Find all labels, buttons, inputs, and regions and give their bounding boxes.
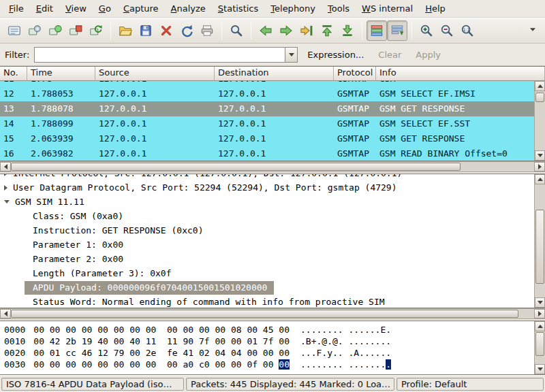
packet-row-13[interactable]: 131.788078127.0.0.1127.0.0.1GSMTAPGSM GE… xyxy=(0,101,534,116)
cell-info: GSM READ BINARY Offset=0 xyxy=(376,146,534,161)
menu-tools[interactable]: Tools xyxy=(322,0,356,17)
hex-row-0030[interactable]: 003000 00 00 00 00 00 00 00 00 a0 c0 00 … xyxy=(0,359,545,370)
column-header-protocol[interactable]: Protocol xyxy=(334,67,376,81)
detail-line[interactable]: Parameter 1: 0x00 xyxy=(0,238,534,252)
detail-line[interactable]: Internet Protocol, Src: 127.0.0.1 (127.0… xyxy=(0,174,534,180)
ascii-selected-byte: . xyxy=(386,359,391,370)
reload-button[interactable] xyxy=(176,20,197,41)
capture-restart-button[interactable] xyxy=(86,20,106,41)
hex-row-0010[interactable]: 001000 42 2b 19 40 00 40 11 11 90 7f 00 … xyxy=(0,336,545,347)
cell-source: 127.0.0.1 xyxy=(95,86,215,101)
print-button[interactable] xyxy=(197,20,217,41)
column-header-destination[interactable]: Destination xyxy=(215,67,334,81)
details-hscrollbar[interactable] xyxy=(0,308,545,319)
open-file-button[interactable] xyxy=(115,20,136,41)
find-packet-button[interactable] xyxy=(226,20,247,41)
scrollbar-thumb[interactable] xyxy=(535,210,544,284)
interfaces-button[interactable] xyxy=(4,20,25,41)
packet-row-11[interactable]: 111.78127.0.0.1127.0.0.1GSMTAPGSM xyxy=(0,81,534,86)
detail-line[interactable]: User Datagram Protocol, Src Port: 52294 … xyxy=(0,180,534,195)
scrollbar-thumb[interactable] xyxy=(535,93,544,102)
scroll-right-arrow-icon[interactable] xyxy=(534,162,545,172)
scrollbar-trough[interactable] xyxy=(11,162,534,172)
detail-line[interactable]: Class: GSM (0xa0) xyxy=(0,209,534,223)
detail-line[interactable]: Instruction: GET RESPONSE (0xc0) xyxy=(0,223,534,238)
scroll-left-arrow-icon[interactable] xyxy=(0,309,11,318)
scrollbar-trough[interactable] xyxy=(535,184,545,297)
scroll-down-arrow-icon[interactable] xyxy=(535,150,545,161)
scroll-down-arrow-icon[interactable] xyxy=(535,297,545,308)
scroll-up-arrow-icon[interactable] xyxy=(535,321,545,331)
menu-capture[interactable]: Capture xyxy=(117,0,165,17)
save-file-button[interactable] xyxy=(136,20,156,41)
scrollbar-thumb[interactable] xyxy=(11,310,518,318)
expander-open-icon[interactable] xyxy=(4,200,10,203)
hex-row-0000[interactable]: 000000 00 00 00 00 00 00 00 00 00 00 00 … xyxy=(0,324,545,336)
zoom-actual-button[interactable]: 1:1 xyxy=(457,20,478,41)
go-back-button[interactable] xyxy=(255,20,276,41)
column-header-info[interactable]: Info xyxy=(376,67,545,81)
goto-packet-button[interactable] xyxy=(296,20,317,41)
scrollbar-trough[interactable] xyxy=(535,331,545,364)
scroll-up-arrow-icon[interactable] xyxy=(535,174,545,184)
menu-view[interactable]: View xyxy=(59,0,93,17)
close-file-button[interactable] xyxy=(156,20,176,41)
filter-label[interactable]: Filter: xyxy=(5,50,29,60)
detail-line[interactable]: Status Word: Normal ending of command wi… xyxy=(0,295,534,308)
expander-closed-icon[interactable] xyxy=(4,185,7,191)
menu-telephony[interactable]: Telephony xyxy=(264,0,322,17)
go-top-button[interactable] xyxy=(317,20,337,41)
up-arrow-glyph xyxy=(538,178,543,181)
column-header-source[interactable]: Source xyxy=(95,67,215,81)
detail-line[interactable]: Parameter 2: 0x00 xyxy=(0,252,534,266)
menu-statistics[interactable]: Statistics xyxy=(212,0,264,17)
clear-button[interactable]: Clear xyxy=(373,48,406,62)
menu-help[interactable]: Help xyxy=(419,0,452,17)
column-header-no[interactable]: No. xyxy=(0,67,27,81)
scroll-down-arrow-icon[interactable] xyxy=(535,364,545,374)
hex-ascii: ........ ....... xyxy=(300,359,386,370)
scrollbar-trough[interactable] xyxy=(11,309,534,318)
menu-go[interactable]: Go xyxy=(93,0,117,17)
hex-row-0020[interactable]: 002000 01 cc 46 12 79 00 2e fe 41 02 04 … xyxy=(0,347,545,359)
menu-file[interactable]: File xyxy=(3,0,30,17)
scroll-right-arrow-icon[interactable] xyxy=(534,309,545,318)
toolbar-overflow-button[interactable] xyxy=(526,22,541,39)
status-profile[interactable]: Profile: Default xyxy=(396,378,544,391)
packet-list-vscrollbar[interactable] xyxy=(534,81,545,161)
scroll-up-arrow-icon[interactable] xyxy=(535,81,545,91)
menu-edit[interactable]: Edit xyxy=(30,0,59,17)
zoom-in-button[interactable] xyxy=(416,20,437,41)
colorize-button[interactable] xyxy=(367,20,387,41)
packet-row-16[interactable]: 162.063982127.0.0.1127.0.0.1GSMTAPGSM RE… xyxy=(0,146,534,161)
packet-row-14[interactable]: 141.788099127.0.0.1127.0.0.1GSMTAPGSM SE… xyxy=(0,116,534,131)
detail-line[interactable]: APDU Payload: 000000096f0704001500150102… xyxy=(0,280,534,295)
cell-info: GSM SELECT EF.IMSI xyxy=(376,86,534,101)
capture-stop-button[interactable] xyxy=(65,20,86,41)
detail-line[interactable]: Length (Parameter 3): 0x0f xyxy=(0,266,534,280)
packet-row-15[interactable]: 152.063939127.0.0.1127.0.0.1GSMTAPGSM GE… xyxy=(0,131,534,146)
packet-row-12[interactable]: 121.788053127.0.0.1127.0.0.1GSMTAPGSM SE… xyxy=(0,86,534,101)
zoom-out-button[interactable] xyxy=(437,20,457,41)
scrollbar-thumb[interactable] xyxy=(11,163,461,171)
filter-dropdown-button[interactable] xyxy=(285,47,298,63)
menu-analyze[interactable]: Analyze xyxy=(165,0,212,17)
filter-input[interactable] xyxy=(34,47,285,63)
hex-vscrollbar[interactable] xyxy=(534,321,545,374)
autoscroll-button[interactable] xyxy=(387,20,407,41)
scrollbar-thumb[interactable] xyxy=(535,332,544,356)
go-bottom-button[interactable] xyxy=(337,20,358,41)
go-forward-button[interactable] xyxy=(276,20,296,41)
details-vscrollbar[interactable] xyxy=(534,174,545,308)
capture-start-button[interactable] xyxy=(45,20,65,41)
apply-button[interactable]: Apply xyxy=(411,48,446,62)
scroll-left-arrow-icon[interactable] xyxy=(0,162,11,172)
expander-closed-icon[interactable] xyxy=(4,174,7,176)
expression-button[interactable]: Expression... xyxy=(302,48,369,62)
menu-ws-internal[interactable]: WS internal xyxy=(356,0,419,17)
capture-options-button[interactable] xyxy=(25,20,45,41)
scrollbar-trough[interactable] xyxy=(535,91,545,150)
detail-line[interactable]: GSM SIM 11.11 xyxy=(0,195,534,209)
packet-list-hscrollbar[interactable] xyxy=(0,161,545,172)
column-header-time[interactable]: Time xyxy=(27,67,95,81)
